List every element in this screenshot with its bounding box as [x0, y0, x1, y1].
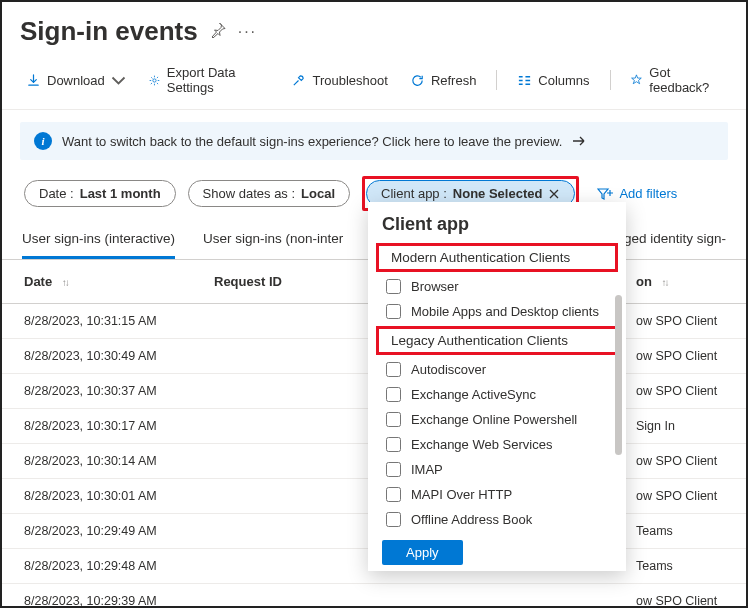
dropdown-option[interactable]: Offline Address Book	[368, 507, 626, 532]
option-checkbox[interactable]	[386, 412, 401, 427]
option-checkbox[interactable]	[386, 462, 401, 477]
cell-date: 8/28/2023, 10:29:49 AM	[2, 514, 192, 549]
cell-app: ow SPO Client	[636, 444, 746, 479]
cell-app: Sign In	[636, 409, 746, 444]
cell-date: 8/28/2023, 10:30:01 AM	[2, 479, 192, 514]
option-label: Exchange ActiveSync	[411, 387, 536, 402]
cell-request-id	[192, 444, 352, 479]
tab-noninteractive[interactable]: User sign-ins (non-inter	[203, 231, 343, 259]
dropdown-option[interactable]: Mobile Apps and Desktop clients	[368, 299, 626, 324]
cell-request-id	[192, 374, 352, 409]
export-label: Export Data Settings	[167, 65, 270, 95]
option-label: Exchange Online Powershell	[411, 412, 577, 427]
filter-date[interactable]: Date : Last 1 month	[24, 180, 176, 207]
client-app-dropdown: Client app Modern Authentication Clients…	[368, 202, 626, 571]
col-date[interactable]: Date ↑↓	[2, 260, 192, 304]
command-bar: Download Export Data Settings Troublesho…	[2, 55, 746, 110]
refresh-button[interactable]: Refresh	[400, 69, 487, 92]
add-filters-button[interactable]: Add filters	[597, 186, 677, 201]
cell-date: 8/28/2023, 10:30:17 AM	[2, 409, 192, 444]
scrollbar-thumb[interactable]	[615, 295, 622, 455]
dropdown-option[interactable]: Exchange Web Services	[368, 432, 626, 457]
filter-showdates-label: Show dates as :	[203, 186, 296, 201]
cell-spacer	[352, 584, 636, 609]
dropdown-title: Client app	[368, 202, 626, 241]
cell-request-id	[192, 409, 352, 444]
option-checkbox[interactable]	[386, 437, 401, 452]
pin-icon[interactable]	[210, 22, 226, 41]
filter-date-value: Last 1 month	[80, 186, 161, 201]
option-label: Offline Address Book	[411, 512, 532, 527]
cell-app: ow SPO Client	[636, 339, 746, 374]
download-label: Download	[47, 73, 105, 88]
filter-showdates-value: Local	[301, 186, 335, 201]
filter-clientapp-value: None Selected	[453, 186, 543, 201]
cell-date: 8/28/2023, 10:29:39 AM	[2, 584, 192, 609]
sort-icon: ↑↓	[662, 277, 668, 288]
option-checkbox[interactable]	[386, 279, 401, 294]
dropdown-option[interactable]: IMAP	[368, 457, 626, 482]
dropdown-option[interactable]: Exchange ActiveSync	[368, 382, 626, 407]
table-row[interactable]: 8/28/2023, 10:29:39 AMow SPO Client	[2, 584, 746, 609]
dropdown-group-header: Modern Authentication Clients	[376, 243, 618, 272]
arrow-right-icon	[572, 135, 586, 147]
cell-date: 8/28/2023, 10:30:49 AM	[2, 339, 192, 374]
close-icon[interactable]	[548, 188, 560, 200]
option-checkbox[interactable]	[386, 304, 401, 319]
dropdown-option[interactable]: MAPI Over HTTP	[368, 482, 626, 507]
option-label: Exchange Web Services	[411, 437, 552, 452]
columns-label: Columns	[538, 73, 589, 88]
col-request-id[interactable]: Request ID	[192, 260, 352, 304]
svg-point-0	[153, 78, 156, 81]
filter-show-dates[interactable]: Show dates as : Local	[188, 180, 350, 207]
sort-icon: ↑↓	[62, 277, 68, 288]
option-checkbox[interactable]	[386, 487, 401, 502]
cell-app: ow SPO Client	[636, 374, 746, 409]
download-button[interactable]: Download	[16, 69, 136, 92]
cell-request-id	[192, 339, 352, 374]
cell-request-id	[192, 549, 352, 584]
info-banner[interactable]: i Want to switch back to the default sig…	[20, 122, 728, 160]
cell-date: 8/28/2023, 10:30:14 AM	[2, 444, 192, 479]
filter-clientapp-label: Client app :	[381, 186, 447, 201]
dropdown-group-header: Legacy Authentication Clients	[376, 326, 618, 355]
option-label: IMAP	[411, 462, 443, 477]
col-date-label: Date	[24, 274, 52, 289]
troubleshoot-button[interactable]: Troubleshoot	[281, 69, 397, 92]
option-label: Mobile Apps and Desktop clients	[411, 304, 599, 319]
more-icon[interactable]: ···	[238, 23, 257, 41]
dropdown-option[interactable]: Browser	[368, 274, 626, 299]
refresh-label: Refresh	[431, 73, 477, 88]
apply-button[interactable]: Apply	[382, 540, 463, 565]
tab-managed-identity[interactable]: ged identity sign-	[624, 231, 726, 259]
toolbar-separator	[496, 70, 497, 90]
page-title: Sign-in events	[20, 16, 198, 47]
cell-date: 8/28/2023, 10:30:37 AM	[2, 374, 192, 409]
info-text: Want to switch back to the default sign-…	[62, 134, 562, 149]
option-checkbox[interactable]	[386, 387, 401, 402]
cell-app: ow SPO Client	[636, 479, 746, 514]
option-checkbox[interactable]	[386, 512, 401, 527]
col-app-label: on	[636, 274, 652, 289]
cell-app: Teams	[636, 514, 746, 549]
feedback-button[interactable]: Got feedback?	[620, 61, 732, 99]
dropdown-option[interactable]: Exchange Online Powershell	[368, 407, 626, 432]
dropdown-option[interactable]: Autodiscover	[368, 357, 626, 382]
cell-request-id	[192, 304, 352, 339]
option-checkbox[interactable]	[386, 362, 401, 377]
feedback-label: Got feedback?	[649, 65, 722, 95]
cell-date: 8/28/2023, 10:31:15 AM	[2, 304, 192, 339]
tab-interactive[interactable]: User sign-ins (interactive)	[22, 231, 175, 259]
option-label: MAPI Over HTTP	[411, 487, 512, 502]
toolbar-separator	[610, 70, 611, 90]
columns-button[interactable]: Columns	[507, 69, 599, 92]
export-settings-button[interactable]: Export Data Settings	[138, 61, 280, 99]
cell-request-id	[192, 479, 352, 514]
chevron-down-icon	[111, 73, 126, 88]
cell-app: ow SPO Client	[636, 304, 746, 339]
troubleshoot-label: Troubleshoot	[312, 73, 387, 88]
cell-request-id	[192, 514, 352, 549]
col-application[interactable]: on ↑↓	[636, 260, 746, 304]
cell-app: ow SPO Client	[636, 584, 746, 609]
cell-date: 8/28/2023, 10:29:48 AM	[2, 549, 192, 584]
